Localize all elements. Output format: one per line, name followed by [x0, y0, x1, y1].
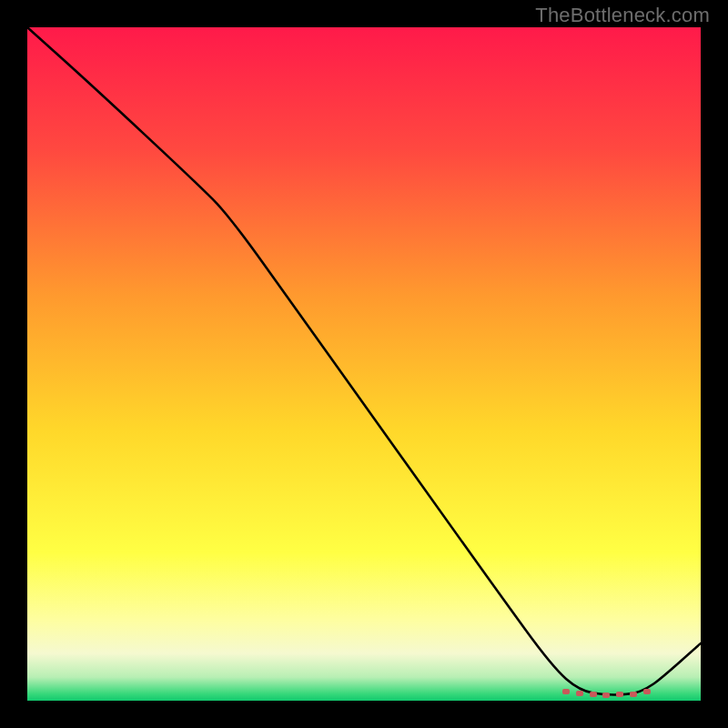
optimal-marker: [576, 691, 583, 696]
optimal-marker: [630, 692, 637, 697]
chart-frame: TheBottleneck.com: [0, 0, 728, 728]
optimal-range-markers: [27, 27, 701, 701]
plot-area: [27, 27, 701, 701]
optimal-marker: [643, 689, 651, 694]
optimal-marker: [616, 692, 623, 697]
optimal-marker: [562, 689, 570, 694]
optimal-marker: [602, 693, 610, 698]
optimal-marker: [590, 692, 597, 697]
watermark-text: TheBottleneck.com: [535, 4, 710, 27]
